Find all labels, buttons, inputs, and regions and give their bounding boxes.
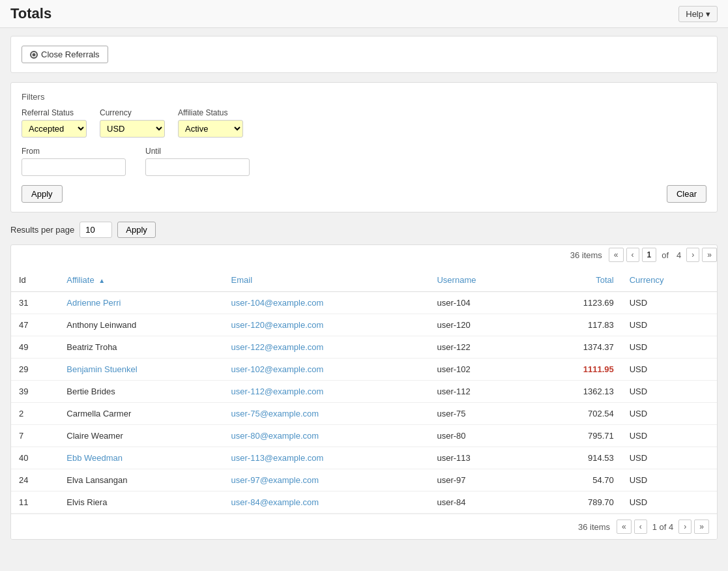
cell-affiliate: Anthony Leinwand (59, 314, 223, 336)
affiliate-link[interactable]: Adrienne Perri (66, 298, 121, 308)
cell-email: user-97@example.com (224, 469, 430, 491)
table-row: 47Anthony Leinwanduser-120@example.comus… (11, 314, 717, 336)
currency-label: Currency (100, 108, 165, 117)
from-input[interactable] (22, 158, 126, 176)
referral-status-select[interactable]: Accepted Pending Closed All (22, 120, 87, 138)
cell-affiliate[interactable]: Ebb Weedman (59, 447, 223, 469)
col-header-id: Id (11, 269, 59, 292)
cell-affiliate: Elvis Riera (59, 491, 223, 514)
bottom-prev-page-button[interactable]: ‹ (634, 520, 647, 534)
cell-email[interactable]: user-104@example.com (224, 292, 430, 314)
cell-total: 1123.69 (533, 292, 621, 314)
close-referrals-button[interactable]: Close Referrals (22, 46, 108, 63)
cell-email: user-122@example.com (224, 336, 430, 359)
cell-currency: USD (622, 425, 717, 447)
col-header-email[interactable]: Email (224, 269, 430, 292)
cell-currency: USD (622, 359, 717, 381)
table-row: 29Benjamin Stuenkeluser-102@example.comu… (11, 359, 717, 381)
cell-currency: USD (622, 491, 717, 514)
first-page-button[interactable]: « (609, 248, 624, 262)
last-page-button[interactable]: » (702, 248, 717, 262)
cell-currency: USD (622, 381, 717, 403)
filters-clear-button[interactable]: Clear (667, 185, 706, 203)
cell-affiliate: Bertie Brides (59, 381, 223, 403)
currency-select[interactable]: USD EUR GBP (100, 120, 165, 138)
email-value: user-97@example.com (231, 475, 319, 485)
email-value: user-84@example.com (231, 497, 319, 507)
email-link[interactable]: user-102@example.com (231, 364, 324, 374)
cell-affiliate[interactable]: Benjamin Stuenkel (59, 359, 223, 381)
bottom-next-page-button[interactable]: › (678, 520, 692, 534)
cell-total: 702.54 (533, 403, 621, 425)
email-value: user-112@example.com (231, 387, 324, 396)
cell-email: user-75@example.com (224, 403, 430, 425)
cell-affiliate[interactable]: Adrienne Perri (59, 292, 223, 314)
affiliate-link[interactable]: Benjamin Stuenkel (66, 364, 137, 374)
cell-affiliate: Elva Lansangan (59, 469, 223, 491)
top-pagination-bar: 36 items « ‹ 1 of 4 › » (11, 245, 717, 265)
from-group: From (22, 147, 126, 176)
date-row: From Until (22, 147, 706, 176)
email-value: user-75@example.com (231, 409, 319, 418)
main-content: Close Referrals Filters Referral Status … (0, 28, 728, 548)
results-per-page-input[interactable] (80, 222, 112, 238)
total-pages-display: 4 (674, 250, 684, 260)
from-label: From (22, 147, 126, 156)
filters-apply-button[interactable]: Apply (22, 185, 63, 203)
page-of-label: of (659, 250, 671, 260)
email-value: user-120@example.com (231, 320, 324, 330)
cell-total: 1111.95 (533, 359, 621, 381)
bottom-page-info: 1 of 4 (650, 522, 677, 532)
cell-username: user-80 (429, 425, 533, 447)
cell-id: 2 (11, 403, 59, 425)
table-row: 49Beatriz Trohauser-122@example.comuser-… (11, 336, 717, 359)
cell-id: 39 (11, 381, 59, 403)
cell-id: 47 (11, 314, 59, 336)
affiliate-status-select[interactable]: Active Inactive All (178, 120, 243, 138)
referral-status-group: Referral Status Accepted Pending Closed … (22, 108, 87, 138)
cell-username: user-113 (429, 447, 533, 469)
cell-currency: USD (622, 336, 717, 359)
cell-username: user-120 (429, 314, 533, 336)
col-header-affiliate[interactable]: Affiliate ▲ (59, 269, 223, 292)
results-apply-button[interactable]: Apply (117, 222, 156, 238)
cell-affiliate: Beatriz Troha (59, 336, 223, 359)
results-per-page-label: Results per page (10, 225, 74, 235)
help-button[interactable]: Help ▾ (678, 6, 718, 22)
prev-page-button[interactable]: ‹ (626, 248, 639, 262)
cell-total: 795.71 (533, 425, 621, 447)
affiliate-link[interactable]: Ebb Weedman (66, 453, 123, 463)
cell-email: user-112@example.com (224, 381, 430, 403)
table-row: 7Claire Weameruser-80@example.comuser-80… (11, 425, 717, 447)
filter-dropdowns-row: Referral Status Accepted Pending Closed … (22, 108, 706, 138)
bottom-first-page-button[interactable]: « (617, 520, 632, 534)
until-input[interactable] (145, 158, 250, 176)
cell-username: user-97 (429, 469, 533, 491)
cell-currency: USD (622, 292, 717, 314)
next-page-button[interactable]: › (686, 248, 699, 262)
cell-total: 117.83 (533, 314, 621, 336)
cell-email[interactable]: user-102@example.com (224, 359, 430, 381)
cell-email[interactable]: user-113@example.com (224, 447, 430, 469)
col-header-username[interactable]: Username (429, 269, 533, 292)
cell-id: 29 (11, 359, 59, 381)
table-row: 40Ebb Weedmanuser-113@example.comuser-11… (11, 447, 717, 469)
top-items-count: 36 items (570, 250, 602, 260)
help-label: Help (686, 9, 703, 19)
bottom-last-page-button[interactable]: » (694, 520, 709, 534)
cell-username: user-84 (429, 491, 533, 514)
close-referrals-label: Close Referrals (41, 50, 100, 59)
table-body: 31Adrienne Perriuser-104@example.comuser… (11, 292, 717, 514)
cell-currency: USD (622, 314, 717, 336)
cell-email: user-80@example.com (224, 425, 430, 447)
col-header-currency[interactable]: Currency (622, 269, 717, 292)
cell-username: user-112 (429, 381, 533, 403)
col-header-total[interactable]: Total (533, 269, 621, 292)
bottom-items-count: 36 items (578, 522, 610, 532)
email-link[interactable]: user-104@example.com (231, 298, 324, 308)
table-row: 11Elvis Rierauser-84@example.comuser-847… (11, 491, 717, 514)
cell-id: 40 (11, 447, 59, 469)
close-referrals-card: Close Referrals (10, 36, 718, 73)
email-link[interactable]: user-113@example.com (231, 453, 324, 463)
table-row: 39Bertie Bridesuser-112@example.comuser-… (11, 381, 717, 403)
